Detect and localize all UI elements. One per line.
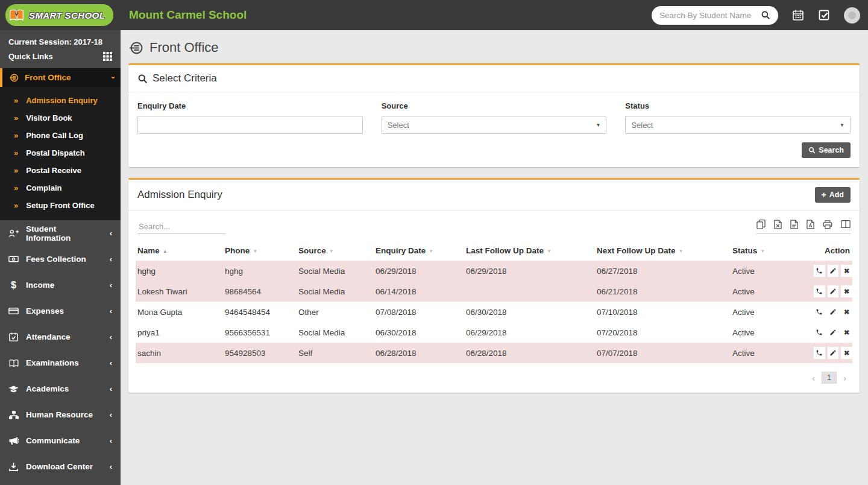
edit-action-icon[interactable]: [828, 285, 839, 297]
calendar-icon[interactable]: [792, 9, 804, 21]
delete-action-icon[interactable]: ✖: [841, 306, 852, 318]
source-select[interactable]: Select ▼: [382, 116, 607, 134]
sidebar-item-student-information[interactable]: Student Information ‹: [0, 220, 121, 246]
sidebar-item-attendance[interactable]: Attendance ‹: [0, 324, 121, 350]
table-search-input[interactable]: [137, 220, 225, 234]
cell-name: priya1: [136, 322, 223, 343]
edit-action-icon[interactable]: [828, 347, 839, 359]
call-action-icon[interactable]: [814, 265, 825, 277]
sidebar-item-communicate[interactable]: Communicate ‹: [0, 428, 121, 454]
pdf-export-icon[interactable]: [807, 220, 814, 229]
credit-card-icon: [8, 307, 19, 315]
pagination-prev-icon[interactable]: ‹: [808, 372, 819, 384]
sidebar-item-human-resource[interactable]: Human Resource ‹: [0, 402, 121, 428]
sidebar-item-admission-enquiry[interactable]: » Admission Enquiry: [0, 92, 121, 109]
column-header-source[interactable]: Source▼: [297, 241, 374, 261]
sidebar-item-fees-collection[interactable]: Fees Collection ‹: [0, 246, 121, 272]
table-row: Lokesh Tiwari98684564Social Media06/14/2…: [136, 281, 852, 302]
cell-last-follow-up: 06/29/2018: [464, 322, 595, 343]
criteria-search-icon: [137, 74, 148, 84]
search-button[interactable]: Search: [802, 142, 851, 158]
sidebar-item-postal-dispatch[interactable]: » Postal Dispatch: [0, 144, 121, 162]
column-header-status[interactable]: Status▼: [731, 241, 812, 261]
submenu-label: Postal Receive: [26, 166, 81, 175]
cell-enquiry-date: 06/28/2018: [374, 343, 464, 363]
sidebar-item-academics[interactable]: Academics ‹: [0, 376, 121, 402]
sidebar-item-phone-call-log[interactable]: » Phone Call Log: [0, 127, 121, 144]
delete-action-icon[interactable]: ✖: [841, 265, 852, 277]
edit-action-icon[interactable]: [828, 306, 839, 318]
sidebar-item-front-office[interactable]: Front Office ‹: [0, 68, 121, 87]
chevron-left-icon: ‹: [110, 411, 112, 419]
student-search-box[interactable]: [652, 6, 778, 25]
table-row: Mona Gupta9464548454Other07/08/201806/30…: [136, 302, 852, 322]
app-logo[interactable]: SMART SCHOOL: [0, 0, 121, 30]
cell-last-follow-up: 06/29/2018: [464, 261, 595, 281]
submenu-label: Admission Enquiry: [26, 96, 97, 105]
cell-enquiry-date: 07/08/2018: [374, 302, 464, 322]
search-icon[interactable]: [761, 10, 770, 20]
cell-last-follow-up: 06/30/2018: [464, 302, 595, 322]
edit-action-icon[interactable]: [828, 265, 839, 277]
chevron-left-icon: ‹: [110, 307, 112, 315]
cell-next-follow-up: 07/20/2018: [595, 322, 731, 343]
excel-export-icon[interactable]: [774, 220, 782, 229]
call-action-icon[interactable]: [814, 347, 825, 359]
delete-action-icon[interactable]: ✖: [841, 347, 852, 359]
task-check-icon[interactable]: [818, 9, 830, 21]
file-text-icon[interactable]: [790, 220, 798, 229]
sidebar-item-expenses[interactable]: Expenses ‹: [0, 298, 121, 324]
submenu-label: Complain: [26, 183, 61, 192]
delete-action-icon[interactable]: ✖: [841, 326, 852, 338]
sidebar-item-examinations[interactable]: Examinations ‹: [0, 350, 121, 376]
pagination-next-icon[interactable]: ›: [839, 372, 851, 384]
book-open-icon: [8, 359, 19, 367]
sidebar-item-download-center[interactable]: Download Center ‹: [0, 454, 121, 480]
cell-status: Active: [731, 261, 812, 281]
add-button[interactable]: + Add: [815, 187, 851, 203]
cell-source: Social Media: [297, 261, 374, 281]
copy-icon[interactable]: [756, 220, 766, 229]
sidebar-item-homework[interactable]: Homework ‹: [0, 480, 121, 485]
top-header-bar: SMART SCHOOL Mount Carmel School: [0, 0, 868, 30]
sidebar-item-complain[interactable]: » Complain: [0, 179, 121, 197]
sidebar-item-visitor-book[interactable]: » Visitor Book: [0, 109, 121, 127]
enquiry-date-input[interactable]: [137, 116, 363, 134]
cell-enquiry-date: 06/14/2018: [374, 281, 464, 302]
admission-enquiry-panel: Admission Enquiry + Add: [128, 178, 860, 393]
cell-next-follow-up: 07/07/2018: [595, 343, 731, 363]
status-select[interactable]: Select ▼: [625, 116, 851, 134]
student-search-input[interactable]: [659, 11, 757, 20]
sidebar-item-setup-front-office[interactable]: » Setup Front Office: [0, 197, 121, 214]
column-visibility-icon[interactable]: [841, 220, 851, 229]
graduation-cap-icon: [8, 385, 19, 393]
user-avatar[interactable]: [844, 7, 860, 24]
column-header-enquiry-date[interactable]: Enquiry Date▼: [374, 241, 464, 261]
print-icon[interactable]: [823, 220, 832, 229]
cell-next-follow-up: 06/27/2018: [595, 261, 731, 281]
column-header-next-follow-up[interactable]: Next Follow Up Date▼: [595, 241, 731, 261]
call-action-icon[interactable]: [814, 285, 825, 297]
current-session-label: Current Session: 2017-18: [0, 30, 121, 48]
sidebar-item-postal-receive[interactable]: » Postal Receive: [0, 162, 121, 179]
call-action-icon[interactable]: [814, 306, 825, 318]
column-header-name[interactable]: Name▲: [136, 241, 223, 261]
pagination-page-1[interactable]: 1: [822, 372, 837, 384]
column-header-last-follow-up[interactable]: Last Follow Up Date▼: [464, 241, 595, 261]
chevron-down-icon: ‹: [108, 76, 116, 78]
admission-enquiry-title: Admission Enquiry: [137, 189, 222, 201]
cell-last-follow-up: 06/28/2018: [464, 343, 595, 363]
search-button-label: Search: [819, 146, 844, 154]
sidebar-item-label: Fees Collection: [26, 255, 86, 264]
column-header-action: Action: [812, 241, 852, 261]
column-header-phone[interactable]: Phone▼: [223, 241, 297, 261]
quick-links-grid-icon[interactable]: [103, 52, 112, 61]
delete-action-icon[interactable]: ✖: [841, 285, 852, 297]
cell-status: Active: [731, 322, 812, 343]
edit-action-icon[interactable]: [828, 326, 839, 338]
double-angle-icon: »: [14, 201, 18, 210]
chevron-left-icon: ‹: [110, 229, 112, 237]
sidebar-item-income[interactable]: $ Income ‹: [0, 272, 121, 298]
call-action-icon[interactable]: [814, 326, 825, 338]
book-pen-logo-icon: [8, 8, 25, 22]
